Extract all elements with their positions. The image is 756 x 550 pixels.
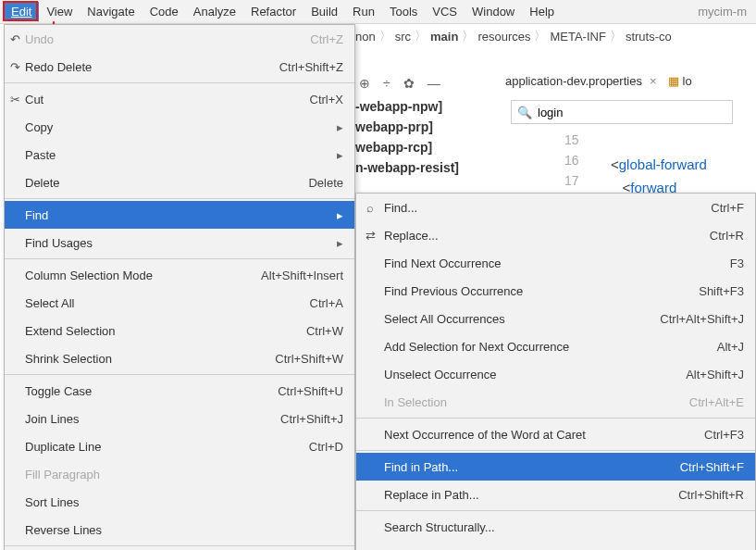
edit-item-duplicate-line[interactable]: Duplicate LineCtrl+D bbox=[5, 432, 354, 460]
edit-separator bbox=[5, 198, 354, 199]
menu-item-label: Fill Paragraph bbox=[25, 468, 343, 481]
find-item-select-all-occurrences[interactable]: Select All OccurrencesCtrl+Alt+Shift+J bbox=[356, 305, 755, 332]
menu-item-shortcut: Ctrl+F bbox=[711, 201, 744, 215]
edit-icon: ✂ bbox=[8, 93, 21, 106]
menu-item-shortcut: Alt+Shift+Insert bbox=[261, 269, 343, 282]
submenu-arrow-icon: ▸ bbox=[332, 236, 343, 250]
edit-item-toggle-case[interactable]: Toggle CaseCtrl+Shift+U bbox=[5, 377, 354, 405]
project-tree: -webapp-npw] webapp-prp] webapp-rcp] n-w… bbox=[355, 96, 459, 178]
edit-item-sort-lines[interactable]: Sort Lines bbox=[5, 488, 354, 516]
menu-item-label: Undo bbox=[25, 32, 310, 46]
menu-item-label: Find Previous Occurrence bbox=[384, 284, 699, 298]
menu-item-label: Select All Occurrences bbox=[384, 312, 660, 326]
edit-item-cut[interactable]: ✂CutCtrl+X bbox=[5, 85, 354, 113]
find-item-find-next-occurrence[interactable]: Find Next OccurrenceF3 bbox=[356, 249, 755, 277]
editor-tabs: application-dev.properties× ▦lo bbox=[500, 69, 756, 93]
edit-item-column-selection-mode[interactable]: Column Selection ModeAlt+Shift+Insert bbox=[5, 261, 354, 289]
edit-item-fill-paragraph: Fill Paragraph bbox=[5, 460, 354, 488]
menu-item-label: Paste bbox=[25, 148, 332, 162]
menu-item-label: Find Next Occurrence bbox=[384, 256, 730, 270]
submenu-arrow-icon: ▸ bbox=[332, 208, 343, 222]
menu-tools[interactable]: Tools bbox=[382, 2, 425, 21]
find-item-find-in-path[interactable]: Find in Path...Ctrl+Shift+F bbox=[356, 453, 755, 481]
find-item-replace[interactable]: ⇄Replace...Ctrl+R bbox=[356, 221, 755, 249]
menu-edit[interactable]: Edit bbox=[4, 2, 39, 21]
menu-item-shortcut: Ctrl+Shift+W bbox=[275, 352, 343, 366]
edit-item-redo-delete[interactable]: ↷Redo DeleteCtrl+Shift+Z bbox=[5, 53, 354, 81]
edit-separator bbox=[5, 374, 354, 375]
search-input[interactable]: login bbox=[538, 106, 563, 119]
edit-item-join-lines[interactable]: Join LinesCtrl+Shift+J bbox=[5, 405, 354, 432]
edit-item-delete[interactable]: DeleteDelete bbox=[5, 169, 354, 196]
menu-item-shortcut: Ctrl+Shift+J bbox=[280, 412, 343, 426]
find-item-replace-structurally[interactable]: Replace Structurally... bbox=[356, 541, 755, 550]
menu-item-label: Duplicate Line bbox=[25, 440, 309, 454]
tab-lo[interactable]: ▦lo bbox=[663, 72, 698, 90]
menu-view[interactable]: View bbox=[39, 2, 80, 21]
edit-item-extend-selection[interactable]: Extend SelectionCtrl+W bbox=[5, 317, 354, 344]
menu-item-label: Replace in Path... bbox=[384, 488, 678, 502]
edit-item-reverse-lines[interactable]: Reverse Lines bbox=[5, 516, 354, 544]
collapse-icon[interactable]: — bbox=[428, 76, 440, 91]
gear-icon[interactable]: ✿ bbox=[403, 76, 415, 91]
menu-item-label: Copy bbox=[25, 120, 332, 134]
menu-item-shortcut: Ctrl+Shift+U bbox=[278, 384, 343, 398]
editor-search[interactable]: 🔍 login bbox=[511, 100, 733, 124]
divide-icon[interactable]: ÷ bbox=[383, 76, 390, 91]
breadcrumb: non〉 src〉 main〉 resources〉 META-INF〉 str… bbox=[355, 24, 756, 48]
find-separator bbox=[356, 450, 755, 451]
edit-icon: ↷ bbox=[8, 60, 21, 74]
menu-code[interactable]: Code bbox=[143, 2, 186, 21]
find-item-find[interactable]: ⌕Find...Ctrl+F bbox=[356, 194, 755, 221]
edit-item-copy[interactable]: Copy▸ bbox=[5, 113, 354, 141]
find-item-unselect-occurrence[interactable]: Unselect OccurrenceAlt+Shift+J bbox=[356, 360, 755, 388]
menu-item-label: Redo Delete bbox=[25, 60, 279, 74]
find-item-next-occurrence-of-the-word-at-caret[interactable]: Next Occurrence of the Word at CaretCtrl… bbox=[356, 420, 755, 448]
menu-item-label: Sort Lines bbox=[25, 495, 343, 509]
menu-item-shortcut: F3 bbox=[730, 256, 744, 270]
gutter: 15 16 17 bbox=[564, 130, 579, 191]
find-item-in-selection: In SelectionCtrl+Alt+E bbox=[356, 388, 755, 416]
edit-item-find-usages[interactable]: Find Usages▸ bbox=[5, 229, 354, 256]
find-item-search-structurally[interactable]: Search Structurally... bbox=[356, 513, 755, 541]
edit-item-shrink-selection[interactable]: Shrink SelectionCtrl+Shift+W bbox=[5, 344, 354, 372]
menu-navigate[interactable]: Navigate bbox=[80, 2, 142, 21]
find-separator bbox=[356, 418, 755, 419]
menu-item-shortcut: Ctrl+X bbox=[310, 93, 343, 106]
close-icon[interactable]: × bbox=[650, 74, 657, 88]
menu-item-shortcut: Ctrl+F3 bbox=[704, 428, 744, 442]
edit-item-paste[interactable]: Paste▸ bbox=[5, 141, 354, 169]
menu-vcs[interactable]: VCS bbox=[425, 2, 465, 21]
find-icon: ⇄ bbox=[364, 229, 377, 243]
menu-item-shortcut: Ctrl+A bbox=[310, 296, 343, 310]
menu-item-shortcut: Ctrl+Shift+Z bbox=[279, 60, 343, 74]
menu-item-label: Toggle Case bbox=[25, 384, 278, 398]
menu-window[interactable]: Window bbox=[465, 2, 522, 21]
edit-item-find[interactable]: Find▸ bbox=[5, 201, 354, 229]
menu-build[interactable]: Build bbox=[304, 2, 345, 21]
menu-item-label: Unselect Occurrence bbox=[384, 368, 686, 381]
find-item-find-previous-occurrence[interactable]: Find Previous OccurrenceShift+F3 bbox=[356, 277, 755, 305]
search-icon: 🔍 bbox=[517, 106, 532, 119]
menu-run[interactable]: Run bbox=[345, 2, 382, 21]
menu-item-label: Shrink Selection bbox=[25, 352, 275, 366]
menu-refactor[interactable]: Refactor bbox=[243, 2, 304, 21]
menu-item-label: Next Occurrence of the Word at Caret bbox=[384, 428, 704, 442]
menu-item-shortcut: Alt+Shift+J bbox=[686, 368, 744, 381]
menu-item-label: Find bbox=[25, 208, 332, 222]
menu-item-label: Find... bbox=[384, 201, 711, 215]
edit-item-select-all[interactable]: Select AllCtrl+A bbox=[5, 289, 354, 317]
menu-item-label: Column Selection Mode bbox=[25, 269, 261, 282]
find-item-add-selection-for-next-occurrence[interactable]: Add Selection for Next OccurrenceAlt+J bbox=[356, 332, 755, 360]
find-item-replace-in-path[interactable]: Replace in Path...Ctrl+Shift+R bbox=[356, 481, 755, 508]
menu-analyze[interactable]: Analyze bbox=[186, 2, 243, 21]
menu-item-label: Add Selection for Next Occurrence bbox=[384, 340, 717, 354]
menu-item-label: Join Lines bbox=[25, 412, 280, 426]
target-icon[interactable]: ⊕ bbox=[359, 76, 370, 91]
menu-help[interactable]: Help bbox=[522, 2, 562, 21]
edit-separator bbox=[5, 545, 354, 546]
find-separator bbox=[356, 510, 755, 511]
menu-item-shortcut: Ctrl+Shift+F bbox=[680, 460, 744, 474]
tab-properties[interactable]: application-dev.properties× bbox=[500, 72, 663, 90]
menu-item-label: Find Usages bbox=[25, 236, 332, 250]
